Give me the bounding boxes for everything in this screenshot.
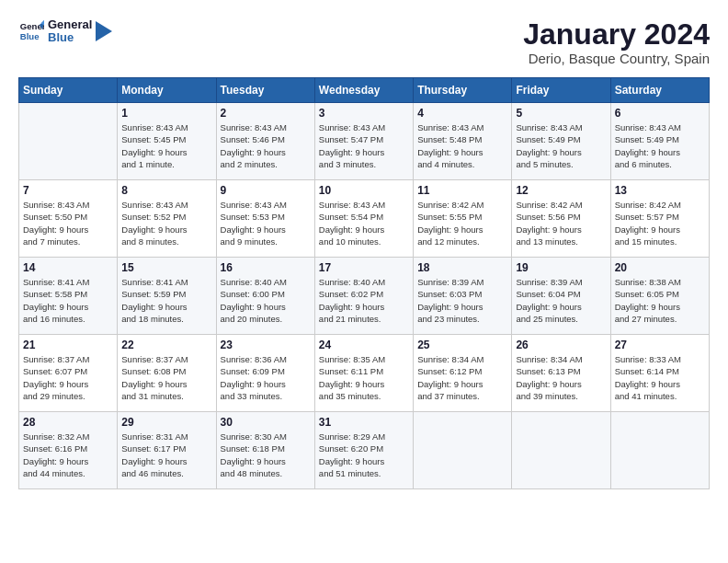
- svg-marker-4: [96, 21, 112, 41]
- day-number: 29: [121, 416, 211, 429]
- cell-week4-day2: 22Sunrise: 8:37 AM Sunset: 6:08 PM Dayli…: [118, 335, 216, 412]
- cell-week1-day7: 6Sunrise: 8:43 AM Sunset: 5:49 PM Daylig…: [610, 103, 709, 180]
- cell-info: Sunrise: 8:43 AM Sunset: 5:47 PM Dayligh…: [319, 121, 409, 170]
- week-row-5: 28Sunrise: 8:32 AM Sunset: 6:16 PM Dayli…: [19, 412, 710, 489]
- cell-info: Sunrise: 8:39 AM Sunset: 6:03 PM Dayligh…: [417, 276, 507, 325]
- day-number: 16: [221, 261, 311, 274]
- cell-info: Sunrise: 8:34 AM Sunset: 6:13 PM Dayligh…: [516, 353, 606, 402]
- day-number: 30: [221, 416, 311, 429]
- title-block: January 2024 Derio, Basque Country, Spai…: [523, 18, 710, 66]
- day-number: 13: [615, 184, 705, 197]
- cell-week1-day1: [19, 103, 118, 180]
- logo-general: General: [48, 18, 92, 31]
- logo-blue: Blue: [48, 31, 92, 44]
- cell-info: Sunrise: 8:38 AM Sunset: 6:05 PM Dayligh…: [615, 276, 705, 325]
- cell-week4-day6: 26Sunrise: 8:34 AM Sunset: 6:13 PM Dayli…: [512, 335, 610, 412]
- cell-week2-day4: 10Sunrise: 8:43 AM Sunset: 5:54 PM Dayli…: [314, 180, 413, 258]
- day-number: 7: [23, 184, 113, 197]
- cell-info: Sunrise: 8:35 AM Sunset: 6:11 PM Dayligh…: [319, 353, 409, 402]
- cell-info: Sunrise: 8:43 AM Sunset: 5:45 PM Dayligh…: [121, 121, 211, 170]
- col-wednesday: Wednesday: [314, 78, 413, 103]
- day-number: 6: [615, 107, 705, 120]
- cell-info: Sunrise: 8:39 AM Sunset: 6:04 PM Dayligh…: [516, 276, 606, 325]
- cell-info: Sunrise: 8:33 AM Sunset: 6:14 PM Dayligh…: [615, 353, 705, 402]
- cell-week5-day5: [414, 412, 512, 489]
- cell-week2-day3: 9Sunrise: 8:43 AM Sunset: 5:53 PM Daylig…: [216, 180, 314, 258]
- day-number: 3: [319, 107, 409, 120]
- day-number: 28: [23, 416, 113, 429]
- col-friday: Friday: [512, 78, 610, 103]
- cell-info: Sunrise: 8:43 AM Sunset: 5:54 PM Dayligh…: [319, 199, 409, 247]
- cell-info: Sunrise: 8:40 AM Sunset: 6:02 PM Dayligh…: [319, 276, 409, 325]
- day-number: 5: [516, 107, 606, 120]
- cell-week2-day2: 8Sunrise: 8:43 AM Sunset: 5:52 PM Daylig…: [118, 180, 216, 258]
- cell-info: Sunrise: 8:42 AM Sunset: 5:56 PM Dayligh…: [516, 199, 606, 247]
- cell-info: Sunrise: 8:43 AM Sunset: 5:52 PM Dayligh…: [121, 199, 211, 247]
- cell-info: Sunrise: 8:37 AM Sunset: 6:08 PM Dayligh…: [121, 353, 211, 402]
- day-number: 24: [319, 339, 409, 351]
- week-row-4: 21Sunrise: 8:37 AM Sunset: 6:07 PM Dayli…: [19, 335, 710, 412]
- cell-info: Sunrise: 8:30 AM Sunset: 6:18 PM Dayligh…: [221, 431, 311, 479]
- calendar-subtitle: Derio, Basque Country, Spain: [523, 51, 710, 66]
- cell-week5-day3: 30Sunrise: 8:30 AM Sunset: 6:18 PM Dayli…: [216, 412, 314, 489]
- cell-week5-day6: [512, 412, 610, 489]
- day-number: 17: [319, 261, 409, 274]
- col-thursday: Thursday: [414, 78, 512, 103]
- cell-week1-day4: 3Sunrise: 8:43 AM Sunset: 5:47 PM Daylig…: [314, 103, 413, 180]
- page: General Blue General Blue January 2024 D…: [0, 0, 728, 563]
- calendar-title: January 2024: [523, 18, 710, 51]
- cell-week3-day6: 19Sunrise: 8:39 AM Sunset: 6:04 PM Dayli…: [512, 258, 610, 335]
- cell-week5-day1: 28Sunrise: 8:32 AM Sunset: 6:16 PM Dayli…: [19, 412, 118, 489]
- cell-week3-day1: 14Sunrise: 8:41 AM Sunset: 5:58 PM Dayli…: [19, 258, 118, 335]
- cell-week1-day3: 2Sunrise: 8:43 AM Sunset: 5:46 PM Daylig…: [216, 103, 314, 180]
- cell-week3-day5: 18Sunrise: 8:39 AM Sunset: 6:03 PM Dayli…: [414, 258, 512, 335]
- day-number: 19: [516, 261, 606, 274]
- cell-week2-day5: 11Sunrise: 8:42 AM Sunset: 5:55 PM Dayli…: [414, 180, 512, 258]
- logo-arrow-icon: [96, 21, 112, 41]
- day-number: 27: [615, 339, 705, 351]
- day-number: 25: [417, 339, 507, 351]
- col-tuesday: Tuesday: [216, 78, 314, 103]
- header: General Blue General Blue January 2024 D…: [18, 18, 710, 66]
- cell-info: Sunrise: 8:29 AM Sunset: 6:20 PM Dayligh…: [319, 431, 409, 479]
- cell-week2-day1: 7Sunrise: 8:43 AM Sunset: 5:50 PM Daylig…: [19, 180, 118, 258]
- day-number: 2: [221, 107, 311, 120]
- cell-week3-day7: 20Sunrise: 8:38 AM Sunset: 6:05 PM Dayli…: [610, 258, 709, 335]
- cell-info: Sunrise: 8:43 AM Sunset: 5:49 PM Dayligh…: [516, 121, 606, 170]
- cell-week4-day4: 24Sunrise: 8:35 AM Sunset: 6:11 PM Dayli…: [314, 335, 413, 412]
- cell-info: Sunrise: 8:31 AM Sunset: 6:17 PM Dayligh…: [121, 431, 211, 479]
- day-number: 20: [615, 261, 705, 274]
- day-number: 31: [319, 416, 409, 429]
- cell-week3-day3: 16Sunrise: 8:40 AM Sunset: 6:00 PM Dayli…: [216, 258, 314, 335]
- cell-info: Sunrise: 8:43 AM Sunset: 5:50 PM Dayligh…: [23, 199, 113, 247]
- cell-info: Sunrise: 8:43 AM Sunset: 5:48 PM Dayligh…: [417, 121, 507, 170]
- cell-info: Sunrise: 8:32 AM Sunset: 6:16 PM Dayligh…: [23, 431, 113, 479]
- cell-info: Sunrise: 8:37 AM Sunset: 6:07 PM Dayligh…: [23, 353, 113, 402]
- calendar-table: Sunday Monday Tuesday Wednesday Thursday…: [18, 77, 710, 489]
- col-monday: Monday: [118, 78, 216, 103]
- day-number: 15: [121, 261, 211, 274]
- cell-info: Sunrise: 8:36 AM Sunset: 6:09 PM Dayligh…: [221, 353, 311, 402]
- cell-week2-day6: 12Sunrise: 8:42 AM Sunset: 5:56 PM Dayli…: [512, 180, 610, 258]
- cell-week5-day4: 31Sunrise: 8:29 AM Sunset: 6:20 PM Dayli…: [314, 412, 413, 489]
- week-row-1: 1Sunrise: 8:43 AM Sunset: 5:45 PM Daylig…: [19, 103, 710, 180]
- calendar-body: 1Sunrise: 8:43 AM Sunset: 5:45 PM Daylig…: [19, 103, 710, 489]
- cell-info: Sunrise: 8:43 AM Sunset: 5:53 PM Dayligh…: [221, 199, 311, 247]
- cell-week4-day3: 23Sunrise: 8:36 AM Sunset: 6:09 PM Dayli…: [216, 335, 314, 412]
- cell-week1-day2: 1Sunrise: 8:43 AM Sunset: 5:45 PM Daylig…: [118, 103, 216, 180]
- cell-week4-day1: 21Sunrise: 8:37 AM Sunset: 6:07 PM Dayli…: [19, 335, 118, 412]
- cell-week3-day4: 17Sunrise: 8:40 AM Sunset: 6:02 PM Dayli…: [314, 258, 413, 335]
- cell-info: Sunrise: 8:41 AM Sunset: 5:58 PM Dayligh…: [23, 276, 113, 325]
- col-sunday: Sunday: [19, 78, 118, 103]
- day-number: 22: [121, 339, 211, 351]
- cell-week5-day7: [610, 412, 709, 489]
- day-number: 8: [121, 184, 211, 197]
- cell-week3-day2: 15Sunrise: 8:41 AM Sunset: 5:59 PM Dayli…: [118, 258, 216, 335]
- day-number: 26: [516, 339, 606, 351]
- logo-icon: General Blue: [18, 18, 44, 44]
- cell-info: Sunrise: 8:43 AM Sunset: 5:49 PM Dayligh…: [615, 121, 705, 170]
- cell-info: Sunrise: 8:42 AM Sunset: 5:57 PM Dayligh…: [615, 199, 705, 247]
- day-number: 23: [221, 339, 311, 351]
- header-row: Sunday Monday Tuesday Wednesday Thursday…: [19, 78, 710, 103]
- cell-info: Sunrise: 8:41 AM Sunset: 5:59 PM Dayligh…: [121, 276, 211, 325]
